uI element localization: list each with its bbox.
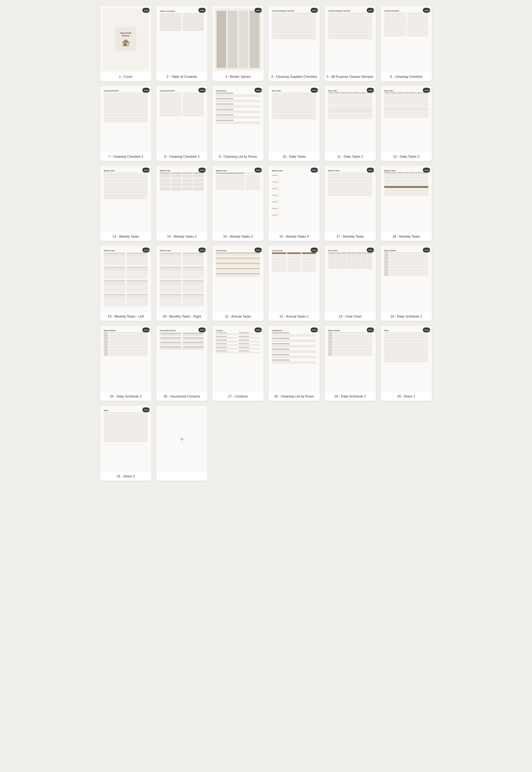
- card-label-3: 3 - Binder Spines: [212, 73, 264, 81]
- card-18[interactable]: Monthly Tasks 18 - Monthly Tasks: [381, 166, 432, 241]
- card-thumbnail-7: Cleaning Checklist: [100, 86, 151, 153]
- card-menu-button[interactable]: [255, 168, 262, 172]
- card-label-19: 19 - Monthly Tasks - Left: [100, 312, 151, 321]
- card-menu-button[interactable]: [255, 248, 262, 252]
- card-label-18: 18 - Monthly Tasks: [381, 233, 432, 241]
- card-13[interactable]: Weekly Tasks 13 - Weekly Tasks: [100, 166, 151, 241]
- card-menu-button[interactable]: [142, 248, 150, 252]
- card-label-27: 27 - Contacts: [212, 392, 264, 401]
- card-label-11: 11 - Daily Tasks 2: [325, 153, 376, 161]
- card-label-4: 4 - Cleaning Supplies Checklist: [268, 73, 320, 81]
- card-25[interactable]: Daily Schedule: [100, 326, 151, 401]
- card-20[interactable]: Monthly Tasks: [156, 246, 207, 321]
- card-5[interactable]: Cleaning Supplies Checklist 5 - All Purp…: [325, 6, 376, 81]
- card-thumbnail-13: Weekly Tasks: [100, 166, 151, 233]
- card-label-20: 20 - Monthly Tasks - Right: [156, 312, 207, 321]
- card-10[interactable]: Daily Tasks 10 - Daily Tasks: [268, 86, 320, 161]
- card-9[interactable]: Cleaning List: [212, 86, 264, 161]
- card-17[interactable]: Monthly Tasks 17 - Monthly Tasks: [325, 166, 376, 241]
- card-2[interactable]: Table of Contents 2 - Table of Contents: [156, 6, 207, 81]
- card-menu-button[interactable]: [367, 248, 374, 252]
- card-menu-button[interactable]: [367, 168, 374, 172]
- card-menu-button[interactable]: [367, 88, 374, 93]
- card-menu-button[interactable]: [311, 88, 318, 93]
- card-label-14: 14 - Weekly Tasks 2: [156, 233, 207, 241]
- card-menu-button[interactable]: [142, 407, 150, 412]
- card-thumbnail-21: Annual Tasks: [212, 246, 264, 312]
- card-thumbnail-14: Weekly Tasks: [156, 166, 207, 233]
- card-8[interactable]: Cleaning Checklist 8 - Cleaning Checklis…: [156, 86, 207, 161]
- card-28[interactable]: Cleaning List: [268, 326, 320, 401]
- card-menu-button[interactable]: [142, 8, 150, 13]
- card-6[interactable]: Cleaning Checklist 6 - Cleaning Checklis…: [381, 6, 432, 81]
- card-label-28: 28 - Cleaning List by Room: [268, 392, 320, 401]
- card-menu-button[interactable]: [198, 248, 206, 252]
- card-menu-button[interactable]: [255, 88, 262, 93]
- card-thumbnail-24: Daily Schedule: [381, 246, 432, 312]
- card-7[interactable]: Cleaning Checklist 7 - Cleaning Checklis…: [100, 86, 151, 161]
- card-menu-button[interactable]: [198, 327, 206, 332]
- card-29[interactable]: Daily Schedule: [325, 326, 376, 401]
- card-thumbnail-5: Cleaning Supplies Checklist: [325, 6, 376, 73]
- card-label-13: 13 - Weekly Tasks: [100, 233, 151, 241]
- card-menu-button[interactable]: [423, 248, 430, 252]
- card-3[interactable]: 3 - Binder Spines: [212, 6, 264, 81]
- card-thumbnail-16: Weekly Tasks: [268, 166, 320, 233]
- card-26[interactable]: Household Contacts: [156, 326, 207, 401]
- card-thumbnail-12: Daily Tasks: [381, 86, 432, 153]
- card-1[interactable]: HouseholdPlanner 1 - Cover: [100, 6, 151, 81]
- svg-rect-2: [124, 43, 126, 46]
- card-31[interactable]: Notes 31 - Notes 2: [100, 406, 151, 481]
- card-thumbnail-29: Daily Schedule: [325, 326, 376, 392]
- card-menu-button[interactable]: [311, 168, 318, 172]
- card-23[interactable]: Chore Chart: [325, 246, 376, 321]
- card-menu-button[interactable]: [311, 8, 318, 13]
- card-menu-button[interactable]: [367, 327, 374, 332]
- card-menu-button[interactable]: [367, 8, 374, 13]
- card-label-24: 24 - Daily Schedule 1: [381, 312, 432, 321]
- card-15[interactable]: Weekly Tasks 15 - Weekly Tasks 3: [212, 166, 264, 241]
- card-menu-button[interactable]: [311, 248, 318, 252]
- card-menu-button[interactable]: [423, 168, 430, 172]
- card-14[interactable]: Weekly Tasks: [156, 166, 207, 241]
- card-menu-button[interactable]: [255, 8, 262, 13]
- card-19[interactable]: Monthly Tasks: [100, 246, 151, 321]
- card-thumbnail-23: Chore Chart: [325, 246, 376, 312]
- card-thumbnail-28: Cleaning List: [268, 326, 320, 392]
- card-11[interactable]: Daily Tasks 11 - Daily Tasks 2: [325, 86, 376, 161]
- card-menu-button[interactable]: [311, 327, 318, 332]
- card-12[interactable]: Daily Tasks 12 - Daily Tasks 3: [381, 86, 432, 161]
- card-thumbnail-30: Notes: [381, 326, 432, 392]
- card-menu-button[interactable]: [255, 327, 262, 332]
- card-thumbnail-8: Cleaning Checklist: [156, 86, 207, 153]
- card-4[interactable]: Cleaning Supplies Checklist 4 - Cleaning…: [268, 6, 320, 81]
- card-menu-button[interactable]: [142, 327, 150, 332]
- card-thumbnail-27: Contacts: [212, 326, 264, 392]
- card-thumbnail-31: Notes: [100, 406, 151, 472]
- card-label-17: 17 - Monthly Tasks: [325, 233, 376, 241]
- card-thumbnail-2: Table of Contents: [156, 6, 207, 73]
- card-16[interactable]: Weekly Tasks: [268, 166, 320, 241]
- card-menu-button[interactable]: [423, 327, 430, 332]
- card-label-1: 1 - Cover: [100, 73, 151, 81]
- card-menu-button[interactable]: [198, 168, 206, 172]
- card-menu-button[interactable]: [198, 8, 206, 13]
- card-thumbnail-9: Cleaning List: [212, 86, 264, 153]
- add-card-button[interactable]: +: [156, 406, 207, 481]
- card-menu-button[interactable]: [198, 88, 206, 93]
- card-22[interactable]: Annual Tasks: [268, 246, 320, 321]
- card-30[interactable]: Notes 30 - Notes 1: [381, 326, 432, 401]
- card-label-23: 23 - Core Chart: [325, 312, 376, 321]
- card-menu-button[interactable]: [142, 168, 150, 172]
- card-27[interactable]: Contacts: [212, 326, 264, 401]
- card-label-21: 21 - Annual Tasks: [212, 312, 264, 321]
- card-menu-button[interactable]: [423, 8, 430, 13]
- card-menu-button[interactable]: [142, 88, 150, 93]
- card-label-30: 30 - Notes 1: [381, 392, 432, 401]
- card-24[interactable]: Daily Schedule: [381, 246, 432, 321]
- card-21[interactable]: Annual Tasks: [212, 246, 264, 321]
- card-label-22: 22 - Annual Tasks 2: [268, 312, 320, 321]
- card-thumbnail-3: [212, 6, 264, 73]
- card-label-2: 2 - Table of Contents: [156, 73, 207, 81]
- card-menu-button[interactable]: [423, 88, 430, 93]
